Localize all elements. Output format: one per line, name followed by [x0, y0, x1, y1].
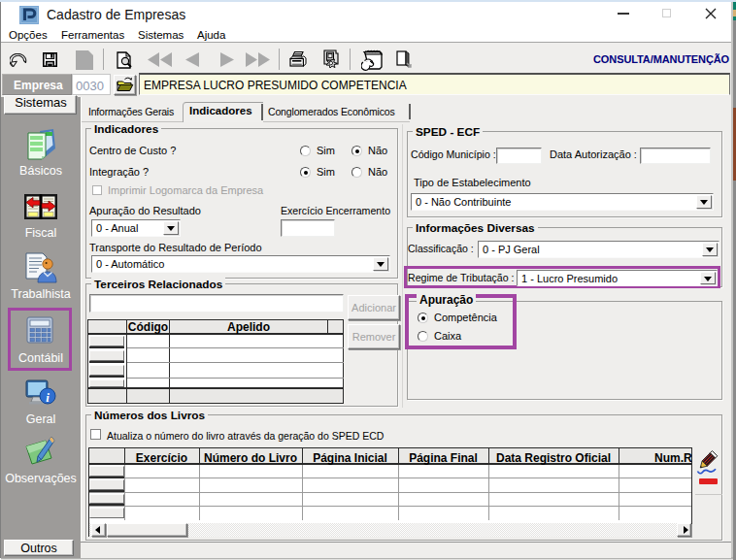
svg-text:i: i [46, 390, 50, 405]
